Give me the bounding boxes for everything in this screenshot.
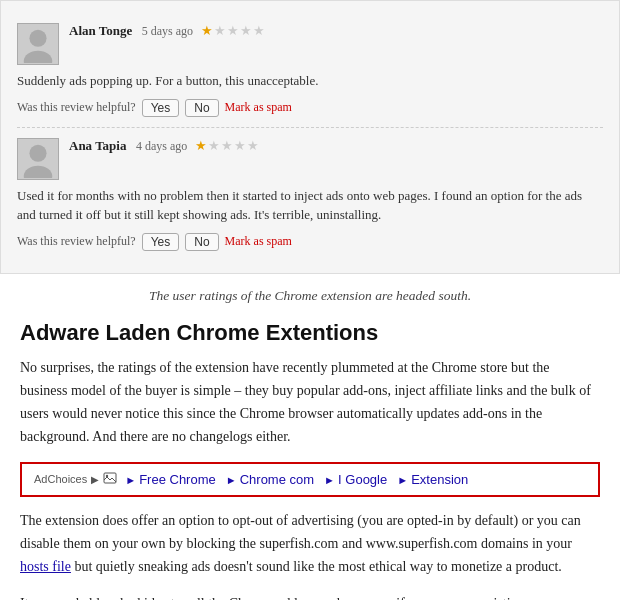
para1-text-after: but quietly sneaking ads doesn't sound l… <box>71 559 562 574</box>
svg-point-3 <box>24 165 53 177</box>
yes-button[interactable]: Yes <box>142 233 180 251</box>
star-1: ★ <box>201 23 213 39</box>
ad-play-icon: ▶ <box>91 474 99 485</box>
ad-link-chrome-com[interactable]: Chrome com <box>226 472 314 487</box>
star-5: ★ <box>253 23 265 39</box>
review-meta: Ana Tapia 4 days ago ★ ★ ★ ★ ★ <box>69 138 603 154</box>
svg-point-0 <box>29 30 46 47</box>
reviewer-name: Alan Tonge <box>69 23 132 38</box>
ad-link-i-google[interactable]: I Google <box>324 472 387 487</box>
article-title: Adware Laden Chrome Extentions <box>20 320 600 346</box>
helpful-row: Was this review helpful? Yes No Mark as … <box>17 99 603 117</box>
star-2: ★ <box>214 23 226 39</box>
star-rating: ★ ★ ★ ★ ★ <box>195 138 259 154</box>
caption-section: The user ratings of the Chrome extension… <box>0 274 620 314</box>
review-header: Ana Tapia 4 days ago ★ ★ ★ ★ ★ <box>17 138 603 180</box>
star-4: ★ <box>240 23 252 39</box>
review-date: 5 days ago <box>142 24 193 38</box>
review-text: Used it for months with no problem then … <box>17 186 603 225</box>
ad-choices-text: AdChoices <box>34 473 87 485</box>
hosts-file-link[interactable]: hosts file <box>20 559 71 574</box>
review-date: 4 days ago <box>136 139 187 153</box>
no-button[interactable]: No <box>185 233 218 251</box>
caption-text: The user ratings of the Chrome extension… <box>149 288 471 303</box>
review-item: Alan Tonge 5 days ago ★ ★ ★ ★ ★ Suddenly… <box>17 13 603 128</box>
article-intro: No surprises, the ratings of the extensi… <box>20 356 600 448</box>
ad-link-extension[interactable]: Extension <box>397 472 468 487</box>
spam-link[interactable]: Mark as spam <box>225 234 292 249</box>
review-meta: Alan Tonge 5 days ago ★ ★ ★ ★ ★ <box>69 23 603 39</box>
no-button[interactable]: No <box>185 99 218 117</box>
svg-point-2 <box>29 144 46 161</box>
ad-link-free-chrome[interactable]: Free Chrome <box>125 472 216 487</box>
star-3: ★ <box>221 138 233 154</box>
star-2: ★ <box>208 138 220 154</box>
reviewer-name: Ana Tapia <box>69 138 126 153</box>
star-3: ★ <box>227 23 239 39</box>
article-para-1: The extension does offer an option to op… <box>20 509 600 578</box>
star-1: ★ <box>195 138 207 154</box>
helpful-label: Was this review helpful? <box>17 100 136 115</box>
star-5: ★ <box>247 138 259 154</box>
review-item: Ana Tapia 4 days ago ★ ★ ★ ★ ★ Used it f… <box>17 128 603 261</box>
reviews-section: Alan Tonge 5 days ago ★ ★ ★ ★ ★ Suddenly… <box>0 0 620 274</box>
ad-links: Free Chrome Chrome com I Google Extensio… <box>125 472 468 487</box>
helpful-label: Was this review helpful? <box>17 234 136 249</box>
helpful-row: Was this review helpful? Yes No Mark as … <box>17 233 603 251</box>
star-rating: ★ ★ ★ ★ ★ <box>201 23 265 39</box>
article-section: Adware Laden Chrome Extentions No surpri… <box>0 314 620 601</box>
review-text: Suddenly ads popping up. For a button, t… <box>17 71 603 91</box>
ad-image-icon <box>103 472 117 486</box>
avatar <box>17 138 59 180</box>
para1-text-before: The extension does offer an option to op… <box>20 513 581 551</box>
review-header: Alan Tonge 5 days ago ★ ★ ★ ★ ★ <box>17 23 603 65</box>
para2-text-before: It was probably a bad idea to sell the C… <box>20 596 554 600</box>
yes-button[interactable]: Yes <box>142 99 180 117</box>
ad-choices-label: AdChoices ▶ <box>34 472 117 486</box>
ad-box: AdChoices ▶ Free Chrome Chrome com I Goo… <box>20 462 600 497</box>
spam-link[interactable]: Mark as spam <box>225 100 292 115</box>
avatar <box>17 23 59 65</box>
article-para-2: It was probably a bad idea to sell the C… <box>20 592 600 600</box>
star-4: ★ <box>234 138 246 154</box>
svg-point-1 <box>24 51 53 63</box>
